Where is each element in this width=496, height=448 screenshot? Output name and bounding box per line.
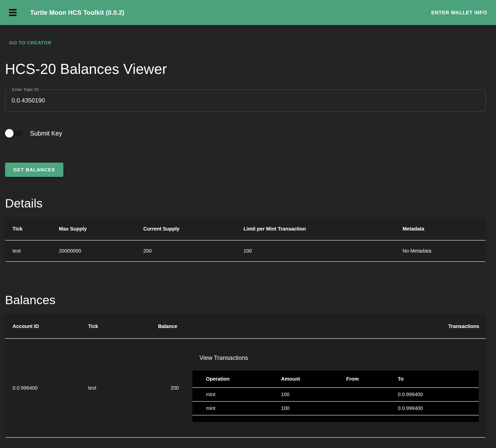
menu-icon [9,9,17,11]
topic-id-input[interactable]: 0.0.4350190 [5,90,485,111]
details-limit-value: 100 [236,240,395,262]
details-col-current-supply: Current Supply [136,218,236,240]
transactions-panel: Operation Amount From To mint 100 [192,371,479,422]
submit-key-row: Submit Key [5,129,486,138]
balances-header-row: Account ID Tick Balance Transactions [5,314,486,339]
balances-col-balance: Balance [151,314,187,338]
table-row: test 20000000 200 100 No Metadata [5,240,486,262]
tx-operation-value: mint [192,401,268,415]
app-title: Turtle Moon HCS Toolkit (0.0.2) [30,9,124,16]
details-metadata-value: No Metadata [395,240,486,262]
details-card: Tick Max Supply Current Supply Limit per… [5,218,486,262]
tx-to-value: 0.0.999400 [384,401,479,415]
transactions-table: Operation Amount From To mint 100 [192,371,479,415]
enter-wallet-info-button[interactable]: ENTER WALLET INFO [431,10,487,16]
tx-operation-value: mint [192,388,268,401]
page-title: HCS-20 Balances Viewer [5,62,486,76]
details-header-row: Tick Max Supply Current Supply Limit per… [5,218,486,240]
submit-key-label: Submit Key [30,130,62,137]
main-content: GO TO CREATOR HCS-20 Balances Viewer Ent… [0,25,496,438]
tx-col-from: From [333,371,384,388]
balances-col-account-id: Account ID [5,314,81,338]
details-col-limit: Limit per Mint Transaction [236,218,395,240]
details-table: Tick Max Supply Current Supply Limit per… [5,218,486,262]
tx-col-operation: Operation [192,371,268,388]
balances-card: Account ID Tick Balance Transactions 0.0… [5,314,486,438]
balance-amount-value: 200 [151,385,187,391]
tx-from-value [333,401,384,415]
details-col-metadata: Metadata [395,218,486,240]
go-to-creator-link[interactable]: GO TO CREATOR [9,40,52,46]
submit-key-toggle[interactable] [5,129,25,138]
details-tick-value: test [5,240,51,262]
menu-button[interactable] [9,8,21,18]
balances-col-transactions: Transactions [187,314,486,338]
details-col-max-supply: Max Supply [51,218,136,240]
transactions-header-row: Operation Amount From To [192,371,479,388]
balance-account-id-value: 0.0.999400 [5,385,81,391]
balances-heading: Balances [5,294,486,306]
table-row: 0.0.999400 test 200 View Transactions Op… [5,339,486,438]
details-max-supply-value: 20000000 [51,240,136,262]
transactions-cell: View Transactions Operation Amount From … [187,339,486,437]
tx-to-value: 0.0.999400 [384,388,479,401]
toggle-thumb-icon [5,129,14,138]
table-row: mint 100 0.0.999400 [192,388,479,401]
details-col-tick: Tick [5,218,51,240]
tx-col-amount: Amount [268,371,333,388]
app-bar: Turtle Moon HCS Toolkit (0.0.2) ENTER WA… [0,0,496,25]
balance-tick-value: test [81,385,151,391]
details-heading: Details [5,197,486,209]
tx-amount-value: 100 [268,388,333,401]
view-transactions-toggle[interactable]: View Transactions [192,354,479,361]
get-balances-button[interactable]: GET BALANCES [5,163,63,177]
topic-id-label: Enter Topic ID [10,87,40,92]
balances-col-tick: Tick [81,314,151,338]
tx-col-to: To [384,371,479,388]
table-row: mint 100 0.0.999400 [192,401,479,415]
tx-amount-value: 100 [268,401,333,415]
tx-from-value [333,388,384,401]
topic-id-field: Enter Topic ID 0.0.4350190 [5,89,486,111]
details-current-supply-value: 200 [136,240,236,262]
